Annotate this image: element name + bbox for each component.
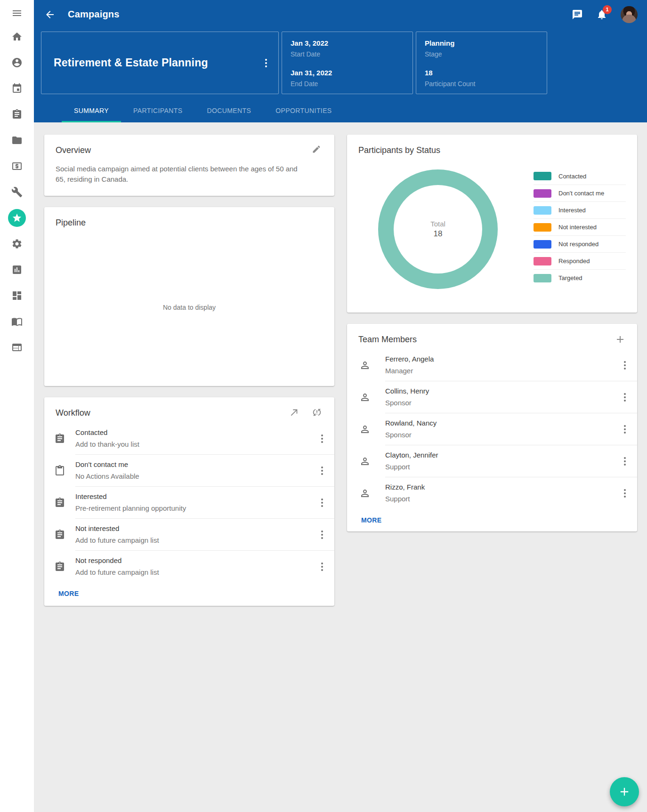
workflow-item-text: Not responded Add to future campaign lis… [75,556,318,577]
workflow-item-menu-button[interactable] [318,433,326,445]
team-member-menu-button[interactable] [621,455,629,467]
person-outline-icon [347,477,385,509]
workflow-item-menu-button[interactable] [318,561,326,573]
sidebar-item-dashboard[interactable] [0,282,34,308]
sidebar-item-documents[interactable] [0,127,34,153]
arrow-up-right-icon [289,407,299,418]
workflow-item-subtitle: Add to future campaign list [75,568,318,577]
team-member-row: Rizzo, Frank Support [347,477,637,509]
legend-item-responded[interactable]: Responded [534,252,626,269]
bar-chart-icon [11,264,23,275]
team-member-menu-button[interactable] [621,423,629,435]
team-member-menu-button[interactable] [621,359,629,371]
team-member-menu-button[interactable] [621,487,629,499]
chat-icon [572,9,583,20]
sidebar-item-home[interactable] [0,24,34,49]
hamburger-menu-button[interactable] [11,7,23,20]
sidebar-item-reports[interactable] [0,257,34,282]
sync-status-button[interactable] [312,407,323,418]
workflow-item-title: Not responded [75,556,318,565]
legend-item-interested[interactable]: Interested [534,201,626,218]
workflow-item-menu-button[interactable] [318,529,326,541]
campaign-menu-button[interactable] [262,57,270,69]
campaign-stats-card: Planning Stage 18 Participant Count [416,32,547,94]
pipeline-empty-state: No data to display [44,229,334,386]
start-date-value: Jan 3, 2022 [291,39,404,47]
dashboard-grid-icon [11,290,23,301]
legend-item-targeted[interactable]: Targeted [534,269,626,286]
sidebar-item-billing[interactable] [0,334,34,360]
donut-total-label: Total [430,220,445,228]
chat-button[interactable] [572,9,583,20]
sidebar-item-account[interactable] [0,49,34,75]
tab-bar: SUMMARY PARTICIPANTS DOCUMENTS OPPORTUNI… [34,100,647,122]
add-fab-button[interactable] [610,777,639,806]
user-avatar[interactable] [621,6,638,23]
team-title: Team Members [358,333,417,346]
stage-field: Planning Stage [425,39,538,58]
assignment-icon [44,423,75,455]
workflow-row: Don't contact me No Actions Available [44,455,334,487]
tab-opportunities[interactable]: OPPORTUNITIES [263,100,344,122]
legend-item-not-interested[interactable]: Not interested [534,218,626,235]
person-outline-icon [347,445,385,477]
add-team-member-button[interactable] [615,334,626,345]
workflow-more-link[interactable]: MORE [58,590,79,597]
donut-chart: Total 18 [378,169,498,289]
back-button[interactable] [44,9,56,20]
tab-participants[interactable]: PARTICIPANTS [121,100,194,122]
topbar: Campaigns 1 [34,0,647,29]
tab-summary[interactable]: SUMMARY [62,100,121,122]
sidebar-item-calendar[interactable] [0,75,34,101]
stage-value: Planning [425,39,538,47]
team-member-menu-button[interactable] [621,391,629,403]
legend-swatch [534,189,551,198]
account-circle-icon [11,57,23,68]
sidebar-item-tasks[interactable] [0,101,34,127]
workflow-row: Interested Pre-retirement planning oppor… [44,487,334,519]
web-layout-icon [11,342,23,353]
team-member-text: Collins, Henry Sponsor [385,386,621,408]
team-member-name: Rowland, Nancy [385,418,621,428]
star-icon [12,213,22,223]
edit-overview-button[interactable] [312,145,323,156]
sidebar-item-contacts[interactable] [0,308,34,334]
workflow-item-menu-button[interactable] [318,497,326,509]
home-icon [11,31,23,42]
sidebar-item-tools[interactable] [0,179,34,205]
stage-label: Stage [425,50,538,58]
campaign-name: Retirement & Estate Planning [54,56,208,69]
notifications-button[interactable]: 1 [596,9,607,20]
workflow-title: Workflow [56,407,90,419]
participant-count-label: Participant Count [425,80,538,88]
team-member-name: Ferrero, Angela [385,354,621,364]
hamburger-icon [11,8,23,19]
assignment-icon [44,551,75,582]
start-date-label: Start Date [291,50,404,58]
team-member-role: Sponsor [385,398,621,408]
dollar-box-icon [11,161,23,172]
pipeline-header: Pipeline [44,207,334,229]
sidebar-item-settings[interactable] [0,231,34,257]
app-window: Campaigns 1 Retirement & Estate Planning [0,0,647,812]
team-member-row: Ferrero, Angela Manager [347,349,637,381]
left-column: Overview Social media campaign aimed at … [44,135,334,606]
workflow-row: Contacted Add to thank-you list [44,423,334,455]
pencil-icon [312,145,321,154]
page-title: Campaigns [68,9,120,20]
legend-item-not-responded[interactable]: Not responded [534,235,626,252]
workflow-item-menu-button[interactable] [318,465,326,477]
legend-item-dont-contact[interactable]: Don't contact me [534,185,626,201]
book-icon [11,316,23,327]
sidebar-item-campaigns-active[interactable] [0,205,34,231]
tab-documents[interactable]: DOCUMENTS [194,100,263,122]
team-more-link[interactable]: MORE [361,516,382,524]
workflow-item-text: Don't contact me No Actions Available [75,460,318,481]
legend-item-contacted[interactable]: Contacted [534,168,626,185]
open-workflow-button[interactable] [289,407,300,418]
team-member-role: Sponsor [385,430,621,440]
wrench-icon [11,186,23,198]
clipboard-empty-icon [44,455,75,487]
person-outline-icon [347,381,385,413]
sidebar-item-money[interactable] [0,153,34,179]
